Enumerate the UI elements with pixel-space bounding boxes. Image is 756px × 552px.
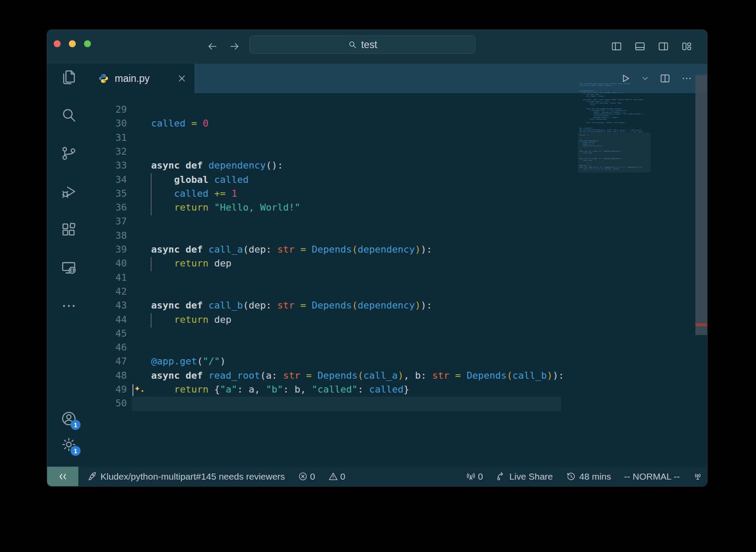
- remote-explorer-icon: [61, 260, 77, 276]
- line-number[interactable]: 43: [90, 300, 127, 311]
- code-line-38[interactable]: 38: [90, 229, 707, 244]
- toggle-panel-button[interactable]: [634, 41, 646, 52]
- minimize-button[interactable]: [69, 40, 76, 47]
- glyph-margin-bar: [132, 384, 133, 396]
- activity-explorer[interactable]: [61, 69, 77, 85]
- tab-main-py[interactable]: main.py: [90, 64, 194, 93]
- feedback-mic[interactable]: [693, 471, 703, 481]
- extensions-icon: [61, 221, 77, 238]
- back-button[interactable]: [207, 41, 218, 52]
- toggle-secondary-sidebar-button[interactable]: [658, 41, 669, 52]
- line-number[interactable]: 47: [90, 356, 127, 367]
- rocket-icon: [87, 471, 97, 481]
- code-line-39[interactable]: 39async def call_a(dep: str = Depends(de…: [90, 243, 707, 257]
- code-line-50[interactable]: 50: [90, 397, 707, 411]
- toggle-primary-sidebar-button[interactable]: [611, 41, 622, 52]
- code-line-40[interactable]: 40 return dep: [90, 257, 707, 271]
- code-text: return {"a": a, "b": b, "called": called…: [151, 384, 409, 395]
- line-number[interactable]: 42: [90, 286, 127, 297]
- vim-mode[interactable]: -- NORMAL --: [624, 471, 680, 482]
- line-number[interactable]: 31: [90, 132, 127, 143]
- scrollbar-annotation: [695, 323, 707, 326]
- github-pr-status[interactable]: Kludex/python-multipart#145 needs review…: [87, 471, 285, 482]
- line-number[interactable]: 30: [90, 118, 127, 129]
- line-number[interactable]: 48: [90, 370, 127, 381]
- line-number[interactable]: 50: [90, 398, 127, 409]
- activity-settings[interactable]: 1: [61, 436, 77, 453]
- code-text: called += 1: [151, 188, 237, 199]
- line-number[interactable]: 38: [90, 230, 127, 241]
- line-number[interactable]: 35: [90, 188, 127, 199]
- code-line-45[interactable]: 45: [90, 327, 707, 341]
- code-line-36[interactable]: 36 return "Hello, World!": [90, 201, 707, 215]
- code-line-49[interactable]: 49✦✦ return {"a": a, "b": b, "called": c…: [90, 383, 707, 397]
- forward-button[interactable]: [229, 41, 240, 52]
- close-button[interactable]: [54, 40, 61, 47]
- activity-search[interactable]: [61, 107, 77, 123]
- close-icon[interactable]: [177, 74, 187, 83]
- code-text: async def read_root(a: str = Depends(cal…: [151, 370, 564, 381]
- activity-run-debug[interactable]: [61, 183, 77, 200]
- split-editor-button[interactable]: [659, 73, 671, 84]
- ports-forwarded[interactable]: 0: [466, 471, 483, 482]
- warning-triangle-icon: [328, 471, 338, 481]
- python-icon: [98, 73, 109, 84]
- activity-source-control[interactable]: [61, 145, 77, 162]
- code-text: async def dependency():: [151, 160, 283, 171]
- vim-mode-label: -- NORMAL --: [624, 471, 680, 482]
- code-line-44[interactable]: 44 return dep: [90, 313, 707, 328]
- radio-tower-icon: [466, 471, 476, 481]
- line-number[interactable]: 37: [90, 216, 127, 227]
- customize-layout-button[interactable]: [681, 41, 692, 52]
- problems-errors[interactable]: 0: [298, 471, 315, 482]
- remote-indicator[interactable]: [47, 467, 78, 486]
- code-line-46[interactable]: 46: [90, 341, 707, 355]
- activity-accounts[interactable]: 1: [61, 410, 77, 427]
- line-number[interactable]: 40: [90, 258, 127, 269]
- code-line-37[interactable]: 37: [90, 215, 707, 229]
- line-number[interactable]: 39: [90, 244, 127, 255]
- code-line-41[interactable]: 41: [90, 271, 707, 286]
- code-text: async def call_a(dep: str = Depends(depe…: [151, 244, 432, 255]
- vertical-scrollbar[interactable]: [695, 75, 707, 335]
- run-dropdown-button[interactable]: [641, 75, 649, 82]
- code-text: return dep: [151, 314, 231, 325]
- line-number[interactable]: 45: [90, 328, 127, 339]
- code-text: called = 0: [151, 118, 208, 129]
- ellipsis-icon: [61, 298, 77, 314]
- activity-bar: 11: [47, 64, 90, 467]
- time-tracker[interactable]: 48 mins: [566, 471, 611, 482]
- code-text: @app.get("/"): [151, 356, 226, 367]
- status-bar: Kludex/python-multipart#145 needs review…: [47, 467, 707, 486]
- line-number[interactable]: 32: [90, 146, 127, 157]
- code-text: async def call_b(dep: str = Depends(depe…: [151, 300, 432, 311]
- line-number[interactable]: 49: [90, 384, 127, 395]
- activity-remote-explorer[interactable]: [61, 260, 77, 276]
- history-nav: [207, 41, 240, 52]
- line-number[interactable]: 29: [90, 104, 127, 115]
- code-line-47[interactable]: 47@app.get("/"): [90, 355, 707, 369]
- accounts-badge: 1: [71, 420, 81, 430]
- activity-extensions[interactable]: [61, 221, 77, 238]
- problems-warnings[interactable]: 0: [328, 471, 346, 482]
- code-text: return dep: [151, 258, 231, 269]
- line-number[interactable]: 41: [90, 272, 127, 283]
- live-share[interactable]: Live Share: [496, 471, 552, 482]
- code-line-35[interactable]: 35 called += 1: [90, 187, 707, 201]
- copilot-sparkle-icon[interactable]: ✦✦: [134, 382, 140, 393]
- search-icon: [61, 107, 77, 123]
- line-number[interactable]: 34: [90, 174, 127, 185]
- code-line-42[interactable]: 42: [90, 285, 707, 299]
- minimap[interactable]: from starlette.types import Scope, Recei…: [579, 83, 649, 182]
- zoom-button[interactable]: [84, 40, 91, 47]
- line-number[interactable]: 46: [90, 342, 127, 353]
- line-number[interactable]: 44: [90, 314, 127, 325]
- activity-additional-views[interactable]: [61, 298, 77, 314]
- code-line-43[interactable]: 43async def call_b(dep: str = Depends(de…: [90, 299, 707, 313]
- more-actions-button[interactable]: [681, 73, 692, 84]
- line-number[interactable]: 33: [90, 160, 127, 171]
- search-value: test: [361, 39, 377, 51]
- line-number[interactable]: 36: [90, 202, 127, 213]
- code-line-48[interactable]: 48async def read_root(a: str = Depends(c…: [90, 369, 707, 383]
- command-center-search[interactable]: test: [249, 36, 475, 54]
